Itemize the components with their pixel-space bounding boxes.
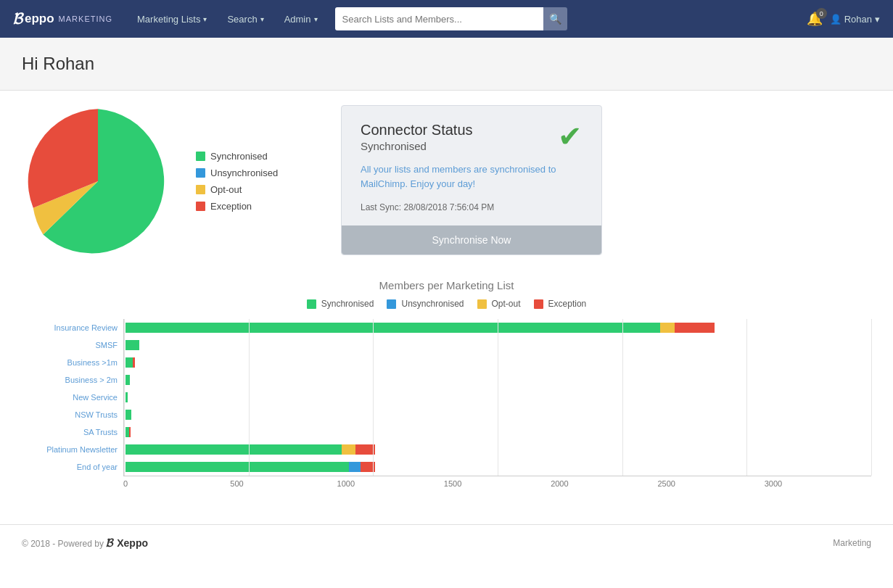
connector-title: Connector Status (361, 122, 473, 138)
connector-title-block: Connector Status Synchronised (361, 122, 473, 162)
grid-line (622, 319, 623, 476)
chart-legend: Synchronised Unsynchronised Opt-out Exce… (22, 299, 871, 309)
x-label-3: 1500 (444, 479, 551, 488)
bar-segment (125, 444, 342, 455)
y-label-4[interactable]: New Service (22, 389, 118, 406)
nav-search[interactable]: Search ▾ (217, 0, 273, 38)
footer-brand: 𝓑 Xeppo (106, 537, 148, 550)
connector-header: Connector Status Synchronised ✔ (361, 122, 583, 162)
legend-dot-optout (196, 185, 205, 194)
bar-chart: Insurance ReviewSMSFBusiness >1mBusiness… (22, 319, 871, 476)
last-sync-value: 28/08/2018 7:56:04 PM (403, 202, 494, 212)
grid-line (498, 319, 498, 476)
nav-marketing-lists[interactable]: Marketing Lists ▾ (127, 0, 217, 38)
y-axis-labels: Insurance ReviewSMSFBusiness >1mBusiness… (22, 319, 123, 476)
checkmark-icon: ✔ (558, 122, 583, 151)
connector-last-sync: Last Sync: 28/08/2018 7:56:04 PM (361, 202, 583, 212)
legend-exception: Exception (196, 201, 278, 212)
copyright-text: © 2018 - Powered by (22, 539, 104, 549)
bar-segment (129, 427, 131, 437)
bar-segment (133, 357, 135, 368)
legend-label-exception: Exception (210, 201, 252, 212)
bar-segment (125, 410, 131, 420)
legend-dot-sync (196, 152, 205, 161)
legend-label-sync: Synchronised (210, 151, 268, 162)
legend-label-optout: Opt-out (210, 184, 242, 195)
pie-legend: Synchronised Unsynchronised Opt-out Exce… (196, 151, 278, 212)
grid-line (373, 319, 374, 476)
connector-description: All your lists and members are synchroni… (361, 162, 583, 191)
search-button[interactable]: 🔍 (543, 7, 567, 30)
bar-segment (355, 444, 375, 455)
user-icon: 👤 (830, 14, 841, 25)
chart-section: Members per Marketing List Synchronised … (22, 279, 871, 488)
top-section: Synchronised Unsynchronised Opt-out Exce… (22, 105, 871, 257)
legend-unsynchronised: Unsynchronised (196, 167, 278, 178)
chart-legend-unsync: Unsynchronised (387, 299, 464, 309)
user-dropdown-caret: ▾ (875, 14, 880, 25)
legend-synchronised: Synchronised (196, 151, 278, 162)
x-label-1: 500 (230, 479, 337, 488)
footer-section: Marketing (833, 538, 871, 548)
y-label-6[interactable]: SA Trusts (22, 423, 118, 441)
y-label-3[interactable]: Business > 2m (22, 371, 118, 389)
footer-copyright: © 2018 - Powered by 𝓑 Xeppo (22, 537, 148, 550)
grid-line (746, 319, 747, 476)
navbar: 𝓑 eppo MARKETING Marketing Lists ▾ Searc… (0, 0, 893, 38)
chart-legend-exception: Exception (534, 299, 587, 309)
y-label-2[interactable]: Business >1m (22, 354, 118, 371)
x-label-0: 0 (123, 479, 230, 488)
bar-segment (125, 340, 139, 350)
x-label-4: 2000 (551, 479, 657, 488)
chart-legend-optout: Opt-out (477, 299, 521, 309)
x-axis-labels: 050010001500200025003000 (123, 476, 871, 488)
chart-dot-exception (534, 299, 543, 309)
notification-count: 0 (816, 8, 827, 19)
connector-card: Connector Status Synchronised ✔ All your… (341, 105, 602, 255)
y-label-1[interactable]: SMSF (22, 336, 118, 354)
chart-legend-label-unsync: Unsynchronised (401, 299, 464, 309)
legend-dot-unsync (196, 168, 205, 178)
legend-dot-exception (196, 202, 205, 211)
chart-title: Members per Marketing List (22, 279, 871, 291)
connector-status: Synchronised (361, 140, 473, 152)
notifications-bell[interactable]: 🔔 0 (807, 11, 823, 27)
legend-label-unsync: Unsynchronised (210, 167, 278, 178)
legend-optout: Opt-out (196, 184, 278, 195)
pie-chart (22, 105, 174, 257)
grid-line (124, 319, 125, 476)
chart-legend-label-sync: Synchronised (321, 299, 374, 309)
brand-name: eppo (25, 12, 54, 26)
bar-segment (342, 444, 355, 455)
bar-segment (349, 462, 360, 472)
dropdown-caret: ▾ (260, 15, 264, 23)
search-box: 🔍 (335, 7, 567, 30)
y-label-8[interactable]: End of year (22, 458, 118, 476)
brand-logo: 𝓑 eppo MARKETING (13, 9, 112, 28)
search-input[interactable] (335, 7, 544, 30)
x-label-5: 2500 (657, 479, 764, 488)
last-sync-label: Last Sync: (361, 202, 401, 212)
chart-dot-sync (307, 299, 316, 309)
bar-segment (125, 462, 349, 472)
bar-segment (660, 323, 675, 333)
dropdown-caret: ▾ (203, 15, 207, 23)
chart-dot-unsync (387, 299, 396, 309)
bars-area (123, 319, 871, 476)
brand-marketing: MARKETING (59, 15, 112, 23)
chart-legend-label-exception: Exception (548, 299, 587, 309)
y-label-5[interactable]: NSW Trusts (22, 406, 118, 423)
user-menu[interactable]: 👤 Rohan ▾ (830, 14, 880, 25)
main-content: Synchronised Unsynchronised Opt-out Exce… (0, 91, 893, 502)
navbar-right: 🔔 0 👤 Rohan ▾ (807, 11, 880, 27)
x-label-2: 1000 (337, 479, 444, 488)
y-label-0[interactable]: Insurance Review (22, 319, 118, 336)
nav-admin[interactable]: Admin ▾ (274, 0, 328, 38)
page-header: Hi Rohan (0, 38, 893, 91)
bar-segment (675, 323, 715, 333)
synchronise-now-button[interactable]: Synchronise Now (342, 225, 601, 254)
chart-legend-sync: Synchronised (307, 299, 374, 309)
bar-segment (125, 357, 133, 368)
y-label-7[interactable]: Platinum Newsletter (22, 441, 118, 458)
footer-brand-icon: 𝓑 (106, 537, 113, 550)
